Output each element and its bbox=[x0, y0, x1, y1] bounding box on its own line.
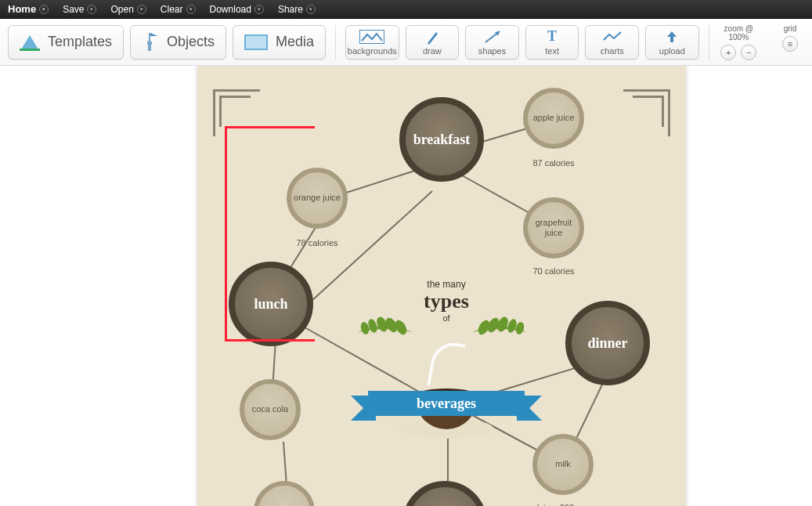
shapes-icon bbox=[484, 29, 501, 45]
upload-button[interactable]: upload bbox=[645, 25, 699, 60]
canvas-area[interactable]: breakfast lunch dinner apple juice 87 ca… bbox=[0, 66, 812, 506]
toolbar-separator bbox=[709, 25, 709, 60]
menu-home-label: Home bbox=[8, 3, 36, 15]
menu-share[interactable]: Share▾ bbox=[278, 4, 316, 15]
zoom-in-button[interactable]: + bbox=[720, 45, 736, 60]
shapes-button[interactable]: shapes bbox=[465, 25, 519, 60]
right-controls: zoom @ 100% + − grid ≡ bbox=[719, 24, 804, 60]
menu-download[interactable]: Download▾ bbox=[210, 4, 264, 15]
toolbar-separator bbox=[335, 25, 336, 60]
leaf-icon bbox=[468, 316, 531, 355]
zoom-control: zoom @ 100% + − bbox=[719, 24, 759, 60]
objects-label: Objects bbox=[167, 34, 215, 50]
selection-outline[interactable] bbox=[225, 126, 315, 342]
dropdown-arrow-icon: ▾ bbox=[306, 5, 316, 14]
media-label: Media bbox=[276, 34, 314, 50]
svg-rect-8 bbox=[359, 30, 384, 44]
svg-marker-0 bbox=[21, 35, 38, 49]
caption-milk: calcium 290 mg bbox=[523, 503, 594, 506]
charts-button[interactable]: charts bbox=[585, 25, 639, 60]
svg-marker-3 bbox=[150, 33, 157, 36]
objects-button[interactable]: Objects bbox=[130, 25, 226, 60]
media-icon bbox=[244, 34, 268, 50]
menu-home[interactable]: Home ▾ bbox=[8, 3, 49, 15]
caption-apple-juice: 87 calories bbox=[518, 158, 589, 168]
draw-icon bbox=[425, 29, 439, 45]
templates-button[interactable]: Templates bbox=[8, 25, 124, 60]
zoom-out-button[interactable]: − bbox=[741, 45, 756, 60]
svg-rect-2 bbox=[149, 33, 150, 41]
node-grapefruit-juice[interactable]: grapefruit juice bbox=[523, 197, 584, 258]
beverages-banner[interactable]: beverages bbox=[368, 391, 525, 416]
dropdown-arrow-icon: ▾ bbox=[87, 5, 96, 14]
text-icon: T bbox=[547, 29, 557, 45]
dropdown-arrow-icon: ▾ bbox=[254, 5, 264, 14]
zoom-label: zoom @ 100% bbox=[719, 24, 759, 42]
upload-icon bbox=[664, 29, 680, 45]
objects-icon bbox=[142, 33, 159, 52]
svg-rect-7 bbox=[246, 36, 266, 49]
templates-label: Templates bbox=[48, 34, 112, 50]
menu-clear[interactable]: Clear▾ bbox=[161, 4, 196, 15]
node-breakfast[interactable]: breakfast bbox=[399, 97, 484, 182]
grid-menu-button[interactable]: ≡ bbox=[782, 36, 798, 52]
grid-label: grid bbox=[784, 24, 797, 33]
svg-rect-5 bbox=[148, 45, 151, 51]
node-apple-juice[interactable]: apple juice bbox=[523, 88, 584, 149]
backgrounds-icon bbox=[359, 29, 384, 45]
menu-save[interactable]: Save▾ bbox=[63, 4, 96, 15]
dropdown-arrow-icon: ▾ bbox=[186, 5, 196, 14]
media-button[interactable]: Media bbox=[233, 25, 326, 60]
leaf-icon bbox=[354, 316, 417, 355]
menu-open[interactable]: Open▾ bbox=[110, 4, 146, 15]
grid-control: grid ≡ bbox=[782, 24, 798, 60]
menubar: Home ▾ Save▾ Open▾ Clear▾ Download▾ Shar… bbox=[0, 0, 812, 19]
node-milk[interactable]: milk bbox=[532, 434, 594, 495]
node-dinner[interactable]: dinner bbox=[565, 301, 650, 385]
charts-icon bbox=[602, 29, 623, 45]
dropdown-arrow-icon: ▾ bbox=[39, 5, 49, 14]
svg-rect-1 bbox=[20, 49, 40, 51]
caption-grapefruit-juice: 70 calories bbox=[518, 266, 589, 276]
toolbar: Templates Objects Media backgrounds draw… bbox=[0, 19, 812, 66]
backgrounds-button[interactable]: backgrounds bbox=[345, 25, 399, 60]
text-button[interactable]: T text bbox=[525, 25, 579, 60]
draw-button[interactable]: draw bbox=[406, 25, 460, 60]
node-coca-cola[interactable]: coca cola bbox=[240, 379, 301, 440]
svg-marker-10 bbox=[667, 31, 677, 42]
dropdown-arrow-icon: ▾ bbox=[137, 5, 146, 14]
templates-icon bbox=[20, 34, 40, 51]
infographic-page[interactable]: breakfast lunch dinner apple juice 87 ca… bbox=[197, 66, 686, 506]
